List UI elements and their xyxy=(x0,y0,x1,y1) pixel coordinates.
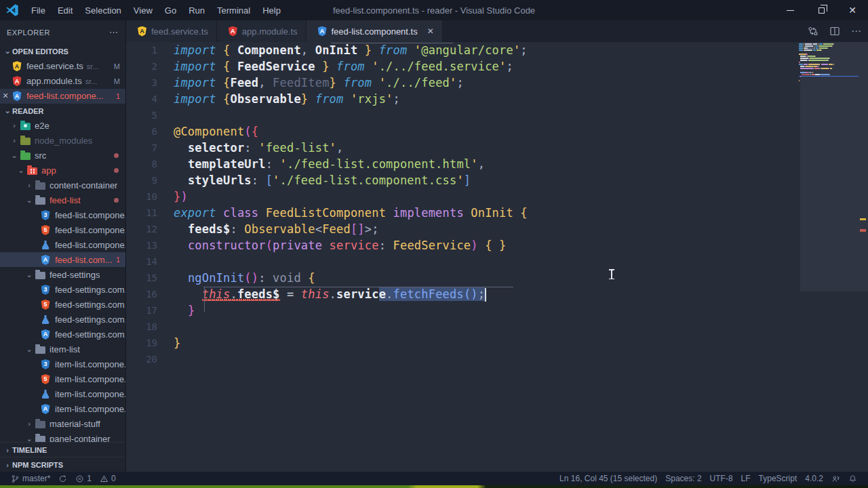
scrollbar-slider[interactable] xyxy=(800,42,868,291)
tree-item-feed-list[interactable]: ⌄feed-list xyxy=(0,192,125,207)
close-editor-icon[interactable]: ✕ xyxy=(0,92,11,100)
angular-blue-icon: A xyxy=(41,255,50,265)
menu-run[interactable]: Run xyxy=(182,0,211,20)
status-master[interactable]: master* xyxy=(7,472,54,485)
overview-ruler-error-mark xyxy=(860,229,866,232)
feedback-icon xyxy=(831,474,840,483)
code-token: templateUrl xyxy=(188,157,266,171)
open-changes-icon[interactable] xyxy=(808,26,818,37)
code-token xyxy=(216,43,223,57)
menu-file[interactable]: File xyxy=(25,0,52,20)
angular-blue-icon: A xyxy=(317,26,328,37)
tree-item-item-listcompone[interactable]: 3item-list.compone... xyxy=(0,357,125,371)
status-typescript[interactable]: TypeScript xyxy=(755,472,802,485)
css3-icon: 3 xyxy=(41,210,50,220)
tree-item-feed-listcom[interactable]: Afeed-list.com...1 xyxy=(0,252,125,267)
code-token: class xyxy=(223,206,258,220)
code-token: servic xyxy=(336,287,379,301)
tree-item-feed-settingscom[interactable]: Afeed-settings.com... xyxy=(0,327,125,342)
code-token: @angular/core xyxy=(421,43,513,57)
overview-ruler-modified-mark xyxy=(860,218,866,220)
tree-item-src[interactable]: ⌄src xyxy=(0,148,125,163)
open-editors-section[interactable]: ⌄ OPEN EDITORS xyxy=(0,44,125,59)
section-timeline[interactable]: ›TIMELINE xyxy=(0,442,125,457)
split-editor-icon[interactable] xyxy=(829,26,840,37)
tree-item-item-listcompone[interactable]: 5item-list.compone... xyxy=(0,371,125,386)
code-line-content: constructor(private service: FeedService… xyxy=(174,239,507,252)
render-artifact-line xyxy=(331,43,453,43)
code-token xyxy=(174,304,188,317)
tree-item-material-stuff[interactable]: ›material-stuff xyxy=(0,416,125,431)
html5-icon: 5 xyxy=(41,300,50,310)
status-bell-icon[interactable] xyxy=(844,472,861,485)
status-0[interactable]: 0 xyxy=(96,472,120,485)
open-editor-item[interactable]: Aapp.module.tssr...M xyxy=(0,74,125,89)
tab-close-icon[interactable]: ✕ xyxy=(427,26,434,36)
menu-view[interactable]: View xyxy=(127,0,159,20)
explorer-more-icon[interactable]: ⋯ xyxy=(109,27,119,37)
file-tree: ›e2e›node_modules⌄src⌄app›content-contai… xyxy=(0,118,125,442)
status-spaces-2[interactable]: Spaces: 2 xyxy=(661,472,705,485)
tree-item-e2e[interactable]: ›e2e xyxy=(0,118,125,133)
tree-item-feed-listcompone[interactable]: feed-list.compone... xyxy=(0,237,125,252)
code-token xyxy=(336,76,343,89)
code-token: ./../feed.service xyxy=(379,60,499,73)
status-4-0-2[interactable]: 4.0.2 xyxy=(801,472,827,485)
open-editor-item[interactable]: Afeed.service.tssr...M xyxy=(0,59,125,74)
restore-icon[interactable] xyxy=(806,0,837,20)
open-editor-item[interactable]: ✕Afeed-list.compone...1 xyxy=(0,89,125,104)
tree-item-feed-settingscom[interactable]: feed-settings.com... xyxy=(0,312,125,327)
minimize-icon[interactable] xyxy=(774,0,806,20)
folder-icon xyxy=(35,421,45,428)
menu-help[interactable]: Help xyxy=(256,0,287,20)
tree-item-nodemodules[interactable]: ›node_modules xyxy=(0,133,125,148)
status-utf-8[interactable]: UTF-8 xyxy=(706,472,737,485)
css3-icon: 3 xyxy=(39,210,52,220)
tree-item-item-listcompone[interactable]: item-list.compone... xyxy=(0,386,125,401)
code-token: ' xyxy=(280,157,287,171)
code-line-14: 14 xyxy=(126,253,868,270)
test-icon xyxy=(39,315,52,324)
tree-item-panel-container[interactable]: ⌄panel-container xyxy=(0,431,125,442)
code-token xyxy=(478,239,485,252)
tree-item-feed-settings[interactable]: ⌄feed-settings xyxy=(0,267,125,282)
tab-feed-list.component.ts[interactable]: Afeed-list.component.ts✕ xyxy=(307,20,443,42)
tree-item-label: node_modules xyxy=(35,136,92,146)
section-label: TIMELINE xyxy=(12,446,47,454)
tree-item-item-list[interactable]: ⌄item-list xyxy=(0,342,125,357)
code-token: } xyxy=(365,43,372,57)
tree-item-feed-listcompone[interactable]: 5feed-list.compone... xyxy=(0,222,125,237)
menu-edit[interactable]: Edit xyxy=(52,0,79,20)
close-icon[interactable]: ✕ xyxy=(837,0,868,20)
menu-go[interactable]: Go xyxy=(159,0,182,20)
chevron-right-icon: › xyxy=(9,121,19,129)
code-line-15: 15 ngOnInit(): void { xyxy=(126,270,868,286)
code-editor[interactable]: 1import { Component, OnInit } from '@ang… xyxy=(126,42,868,472)
section-npm-scripts[interactable]: ›NPM SCRIPTS xyxy=(0,457,125,472)
status-sync-icon[interactable] xyxy=(54,472,71,485)
modified-dot xyxy=(114,153,119,158)
tree-item-content-container[interactable]: ›content-container xyxy=(0,178,125,192)
tree-item-label: item-list.compone... xyxy=(55,374,125,384)
code-token: < xyxy=(315,222,322,236)
menu-selection[interactable]: Selection xyxy=(79,0,127,20)
tree-item-feed-listcompone[interactable]: 3feed-list.compone... xyxy=(0,207,125,222)
menu-terminal[interactable]: Terminal xyxy=(211,0,256,20)
angular-red-icon: A xyxy=(228,26,238,37)
code-token: rxjs xyxy=(357,92,386,106)
tree-item-label: e2e xyxy=(35,121,50,131)
status-feedback-icon[interactable] xyxy=(827,472,844,485)
tab-feed.service.ts[interactable]: Afeed.service.ts xyxy=(126,20,217,42)
tab-app.module.ts[interactable]: Aapp.module.ts xyxy=(217,20,307,42)
tree-item-feed-settingscom[interactable]: 3feed-settings.com... xyxy=(0,282,125,297)
more-actions-icon[interactable]: ⋯ xyxy=(851,25,861,37)
css3-icon: 3 xyxy=(41,285,50,295)
tree-item-item-listcompone[interactable]: Aitem-list.compone... xyxy=(0,401,125,416)
code-token: () xyxy=(464,287,478,301)
status-1[interactable]: 1 xyxy=(71,472,96,485)
status-lf[interactable]: LF xyxy=(737,472,755,485)
status-ln-16-col-45-15-selected[interactable]: Ln 16, Col 45 (15 selected) xyxy=(555,472,661,485)
tree-root-section[interactable]: ⌄ READER xyxy=(0,104,125,119)
tree-item-feed-settingscom[interactable]: 5feed-settings.com... xyxy=(0,297,125,312)
tree-item-app[interactable]: ⌄app xyxy=(0,163,125,178)
